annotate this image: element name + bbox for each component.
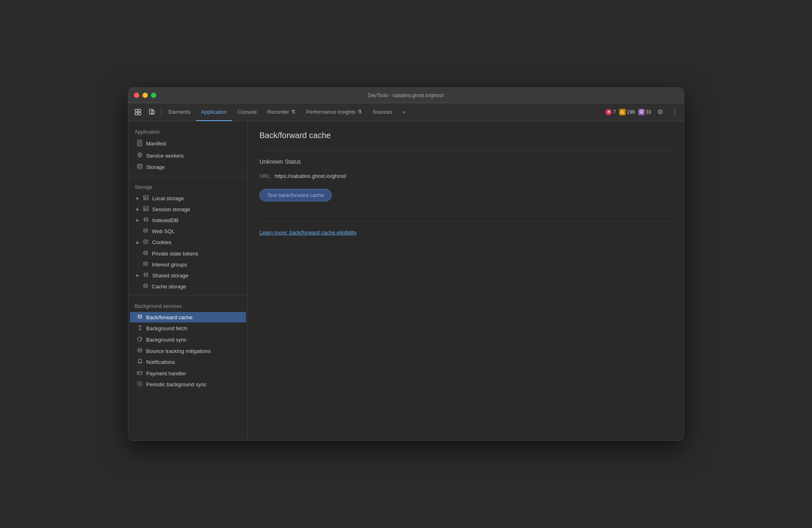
bounce-tracking-icon — [136, 348, 143, 354]
application-section-label: Application — [128, 124, 248, 137]
svg-rect-4 — [149, 109, 153, 114]
background-sync-icon — [136, 336, 143, 343]
pointer-tool-button[interactable] — [132, 106, 145, 119]
content-divider-bottom — [259, 221, 672, 221]
svg-point-14 — [138, 164, 142, 166]
periodic-bg-sync-icon — [136, 381, 143, 388]
private-state-tokens-icon — [142, 250, 149, 257]
tab-application[interactable]: Application — [196, 103, 232, 121]
settings-button[interactable]: ⚙ — [654, 106, 666, 118]
minimize-button[interactable] — [143, 93, 148, 98]
sidebar-item-bounce-tracking[interactable]: Bounce tracking mitigations — [130, 346, 246, 356]
notifications-icon — [136, 359, 143, 366]
shared-storage-arrow: ▶ — [136, 273, 139, 277]
url-row: URL: https://sabatino.ghost.io/ghost/ — [259, 173, 672, 179]
svg-point-33 — [138, 315, 142, 316]
cookies-arrow: ▶ — [136, 240, 139, 245]
recorder-flask-icon: ⚗ — [291, 109, 296, 115]
tab-more[interactable]: » — [398, 103, 410, 121]
sidebar-item-payment-handler[interactable]: Payment handler — [130, 368, 246, 379]
sidebar-item-service-workers[interactable]: Service workers — [130, 150, 246, 161]
warning-icon: ⚠ — [619, 109, 626, 115]
storage-app-icon — [136, 164, 143, 171]
learn-more-link[interactable]: Learn more: back/forward cache eligibili… — [259, 229, 356, 236]
interest-groups-icon — [142, 261, 149, 268]
svg-rect-3 — [138, 113, 141, 115]
error-badge[interactable]: ✕ 7 — [605, 109, 616, 115]
sidebar-item-storage-app[interactable]: Storage — [130, 162, 246, 173]
device-toggle-button[interactable] — [145, 106, 158, 119]
window-title: DevTools - sabatino.ghost.io/ghost/ — [368, 93, 444, 98]
content-panel: Back/forward cache Unknown Status URL: h… — [248, 121, 684, 440]
url-value: https://sabatino.ghost.io/ghost/ — [275, 173, 346, 179]
tab-elements[interactable]: Elements — [164, 103, 195, 121]
sidebar-item-periodic-bg-sync[interactable]: Periodic background sync — [130, 379, 246, 390]
svg-rect-1 — [138, 109, 141, 112]
sidebar-item-web-sql[interactable]: Web SQL — [130, 226, 246, 236]
main-area: Application Manifest — [128, 121, 684, 440]
cache-storage-icon — [142, 283, 149, 290]
sidebar: Application Manifest — [128, 121, 248, 440]
tab-sources[interactable]: Sources — [368, 103, 397, 121]
svg-point-28 — [145, 242, 146, 243]
svg-point-35 — [138, 348, 142, 350]
manifest-icon — [136, 140, 143, 147]
fullscreen-button[interactable] — [151, 93, 156, 98]
sidebar-item-cookies[interactable]: ▶ Cookies — [130, 237, 246, 248]
titlebar: DevTools - sabatino.ghost.io/ghost/ — [128, 88, 684, 103]
sidebar-item-interest-groups[interactable]: Interest groups — [130, 259, 246, 270]
close-button[interactable] — [134, 93, 139, 98]
back-forward-cache-icon — [136, 314, 143, 320]
cookies-icon — [143, 239, 149, 246]
svg-point-11 — [139, 154, 140, 156]
traffic-lights — [134, 93, 156, 98]
sidebar-divider-1 — [128, 176, 248, 176]
service-workers-icon — [136, 152, 143, 159]
indexeddb-arrow: ▶ — [136, 218, 139, 222]
page-title: Back/forward cache — [259, 131, 672, 140]
sidebar-divider-2 — [128, 295, 248, 295]
svg-rect-0 — [135, 109, 138, 112]
message-badge[interactable]: 🛈 33 — [638, 109, 651, 115]
content-divider-top — [259, 150, 672, 150]
sidebar-item-local-storage[interactable]: ▶ Local storage — [130, 193, 246, 203]
test-cache-button[interactable]: Test back/forward cache — [259, 189, 332, 201]
web-sql-icon — [142, 228, 149, 234]
sidebar-item-shared-storage[interactable]: ▶ Shared storage — [130, 270, 246, 281]
tab-recorder[interactable]: Recorder ⚗ — [263, 103, 300, 121]
bg-services-section-label: Background services — [128, 299, 248, 312]
sidebar-item-background-sync[interactable]: Background sync — [130, 334, 246, 345]
local-storage-icon — [143, 195, 149, 201]
svg-rect-2 — [135, 113, 138, 115]
tab-performance[interactable]: Performance insights ⚗ — [301, 103, 367, 121]
shared-storage-icon — [143, 272, 149, 279]
svg-point-32 — [144, 284, 147, 285]
sidebar-item-background-fetch[interactable]: Background fetch — [130, 323, 246, 334]
sidebar-item-manifest[interactable]: Manifest — [130, 138, 246, 149]
svg-rect-15 — [144, 195, 148, 200]
sidebar-item-session-storage[interactable]: ▶ Session storage — [130, 204, 246, 214]
warning-badge[interactable]: ⚠ 199 — [619, 109, 635, 115]
svg-point-30 — [144, 262, 147, 263]
svg-point-24 — [144, 229, 147, 230]
sidebar-item-cache-storage[interactable]: Cache storage — [130, 281, 246, 292]
indexeddb-icon — [143, 217, 149, 223]
local-storage-arrow: ▶ — [136, 196, 139, 200]
toolbar: Elements Application Console Recorder ⚗ … — [128, 103, 684, 121]
sidebar-item-private-state-tokens[interactable]: Private state tokens — [130, 248, 246, 259]
url-label: URL: — [259, 173, 272, 179]
toolbar-right: ✕ 7 ⚠ 199 🛈 33 ⚙ ⋮ — [605, 106, 680, 118]
performance-flask-icon: ⚗ — [357, 109, 362, 115]
svg-point-26 — [145, 241, 145, 242]
message-icon: 🛈 — [638, 109, 645, 115]
background-fetch-icon — [136, 325, 143, 332]
more-options-button[interactable]: ⋮ — [669, 106, 680, 118]
sidebar-item-notifications[interactable]: Notifications — [130, 357, 246, 368]
svg-point-29 — [144, 251, 147, 252]
toolbar-separator — [161, 107, 161, 117]
sidebar-item-indexeddb[interactable]: ▶ IndexedDB — [130, 215, 246, 225]
tab-console[interactable]: Console — [233, 103, 262, 121]
session-storage-arrow: ▶ — [136, 207, 139, 211]
sidebar-item-back-forward-cache[interactable]: Back/forward cache — [130, 312, 246, 322]
devtools-window: DevTools - sabatino.ghost.io/ghost/ Elem… — [128, 87, 684, 441]
